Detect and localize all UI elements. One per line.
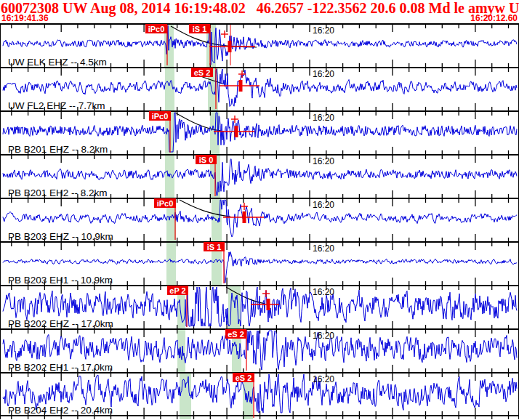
station-label: PB B202 EH1 -- 17.0km bbox=[8, 362, 113, 372]
minute-label: 16:20 bbox=[313, 113, 334, 123]
coda-decay-curve bbox=[180, 200, 230, 217]
minute-label: 16:20 bbox=[313, 156, 334, 166]
trace-panel-pb-b204-eh2[interactable]: eS 216:20PB B204 EH2 -- 20.4km bbox=[1, 372, 518, 419]
event-header: 60072308 UW Aug 08, 2014 16:19:48.02 46.… bbox=[0, 0, 519, 23]
minute-label: 16:20 bbox=[313, 287, 334, 297]
station-label: UW FL2 EHZ -- 7.7km bbox=[8, 100, 105, 110]
panel-border bbox=[1, 285, 518, 286]
trace-panel-pb-b201-ehz[interactable]: iPc016:20PB B201 EHZ -- 8.2km bbox=[1, 110, 518, 154]
station-label: PB B202 EHZ -- 17.0km bbox=[8, 318, 113, 328]
pick-flag-label: iPc0 bbox=[152, 112, 169, 121]
minute-label: 16:20 bbox=[313, 331, 334, 341]
amplitude-marker[interactable] bbox=[267, 299, 270, 310]
amplitude-marker[interactable] bbox=[239, 80, 243, 92]
trace-panel-pb-b202-eh1[interactable]: eS 216:20PB B202 EH1 -- 17.0km bbox=[1, 328, 518, 372]
trace-panel-pb-b203-ehz[interactable]: iPc016:20PB B203 EHZ -- 10.9km bbox=[1, 198, 518, 241]
station-label: UW ELK EHZ -- 4.5km bbox=[8, 57, 107, 67]
panel-border bbox=[1, 67, 518, 68]
station-label: PB B203 EHZ -- 10.9km bbox=[8, 231, 113, 241]
panel-border bbox=[1, 198, 518, 199]
station-label: PB B201 EH2 -- 8.2km bbox=[8, 187, 108, 198]
trace-panel-uw-elk-ehz[interactable]: iPc0iS 116:20UW ELK EHZ -- 4.5km bbox=[1, 23, 518, 67]
pick-flag-label: iPc0 bbox=[157, 199, 174, 208]
minute-label: 16:20 bbox=[313, 374, 334, 384]
pick-flag-label: eS 2 bbox=[194, 68, 211, 77]
panel-border bbox=[1, 241, 518, 243]
station-label: PB B204 EH2 -- 20.4km bbox=[8, 405, 113, 416]
pick-flag-label: eS 2 bbox=[228, 330, 244, 339]
window-end-time: 16:20:12.60 bbox=[470, 14, 518, 23]
minute-label: 16:20 bbox=[313, 200, 334, 210]
phase-window-band bbox=[166, 243, 176, 285]
event-summary-row: 60072308 UW Aug 08, 2014 16:19:48.02 46.… bbox=[0, 0, 519, 15]
panel-border bbox=[1, 328, 518, 330]
trace-panels: iPc0iS 116:20UW ELK EHZ -- 4.5kmeS 216:2… bbox=[0, 23, 519, 419]
station-label: PB B203 EH1 -- 10.9km bbox=[8, 275, 113, 285]
pick-flag-label: eS 2 bbox=[236, 373, 252, 382]
trace-panel-uw-fl2-ehz[interactable]: eS 216:20UW FL2 EHZ -- 7.7km bbox=[1, 67, 518, 110]
trace-panel-pb-b203-eh1[interactable]: iS 116:20PB B203 EH1 -- 10.9km bbox=[1, 241, 518, 285]
pick-flag-label: iS 1 bbox=[207, 243, 222, 251]
pick-flag-label: iS 0 bbox=[199, 156, 214, 164]
minute-label: 16:20 bbox=[313, 243, 334, 254]
amplitude-marker[interactable] bbox=[228, 41, 232, 52]
amplitude-marker[interactable] bbox=[235, 126, 238, 137]
trace-panel-pb-b201-eh2[interactable]: iS 016:20PB B201 EH2 -- 8.2km bbox=[1, 154, 518, 198]
window-start-time: 16:19:41.36 bbox=[1, 14, 49, 23]
pick-flag-label: iPc0 bbox=[148, 25, 165, 33]
trace-panel-pb-b202-ehz[interactable]: eP 216:20PB B202 EHZ -- 17.0km bbox=[1, 285, 518, 328]
panel-border bbox=[1, 23, 518, 25]
pick-flag-label: iS 1 bbox=[193, 25, 207, 33]
station-label: PB B201 EHZ -- 8.2km bbox=[8, 144, 108, 154]
time-window-row: 16:19:41.36 16:20:12.60 bbox=[0, 14, 519, 23]
minute-label: 16:20 bbox=[313, 25, 334, 36]
panel-border bbox=[1, 372, 518, 373]
event-summary: 60072308 UW Aug 08, 2014 16:19:48.02 46.… bbox=[1, 1, 519, 15]
amplitude-marker[interactable] bbox=[243, 211, 246, 223]
seismogram-viewer: 60072308 UW Aug 08, 2014 16:19:48.02 46.… bbox=[0, 0, 519, 420]
phase-window-band bbox=[180, 373, 191, 419]
panel-border bbox=[1, 154, 518, 156]
panel-border bbox=[1, 110, 518, 112]
pick-flag-label: eP 2 bbox=[169, 286, 185, 295]
minute-label: 16:20 bbox=[313, 69, 334, 79]
